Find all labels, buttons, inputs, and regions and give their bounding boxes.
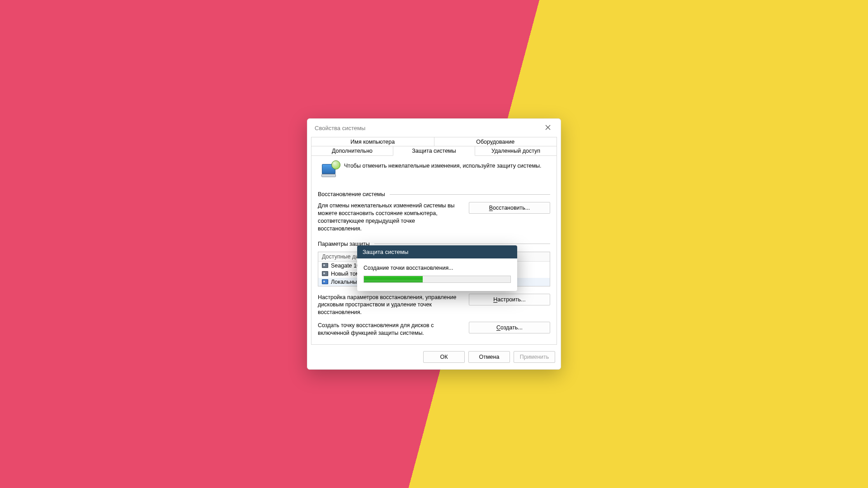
hdd-icon	[322, 263, 328, 268]
tab-computer-name[interactable]: Имя компьютера	[311, 137, 434, 146]
ok-button[interactable]: ОК	[423, 351, 465, 363]
intro-row: Чтобы отменить нежелательные изменения, …	[320, 162, 550, 181]
window-title: Свойства системы	[315, 125, 365, 131]
tab-hardware[interactable]: Оборудование	[434, 137, 557, 146]
apply-button[interactable]: Применить	[514, 351, 555, 363]
progress-text: Создание точки восстановления...	[363, 265, 511, 271]
tab-advanced[interactable]: Дополнительно	[311, 146, 393, 156]
tabstrip: Имя компьютера Оборудование Дополнительн…	[307, 137, 561, 156]
restore-button[interactable]: Восстановить...	[469, 202, 550, 214]
close-icon	[545, 125, 551, 131]
progress-title: Защита системы	[357, 245, 517, 258]
progress-bar	[363, 276, 511, 283]
intro-text: Чтобы отменить нежелательные изменения, …	[344, 162, 542, 170]
configure-description: Настройка параметров восстановления, упр…	[318, 294, 460, 317]
restore-description: Для отмены нежелательных изменений систе…	[318, 202, 460, 233]
create-description: Создать точку восстановления для дисков …	[318, 322, 460, 337]
progress-fill	[364, 276, 423, 282]
cancel-button[interactable]: Отмена	[468, 351, 510, 363]
configure-button[interactable]: Настроить...	[469, 294, 550, 305]
dialog-buttons: ОК Отмена Применить	[307, 345, 561, 369]
tab-system-protection[interactable]: Защита системы	[393, 146, 475, 156]
system-restore-icon	[320, 162, 339, 181]
hdd-system-icon	[322, 279, 328, 284]
progress-dialog: Защита системы Создание точки восстановл…	[357, 245, 517, 291]
restore-heading: Восстановление системы	[318, 191, 550, 197]
titlebar: Свойства системы	[307, 119, 561, 137]
tab-remote[interactable]: Удаленный доступ	[475, 146, 557, 156]
system-properties-dialog: Свойства системы Имя компьютера Оборудов…	[307, 118, 561, 370]
hdd-icon	[322, 271, 328, 276]
close-button[interactable]	[540, 122, 556, 134]
create-button[interactable]: Создать...	[469, 322, 550, 333]
